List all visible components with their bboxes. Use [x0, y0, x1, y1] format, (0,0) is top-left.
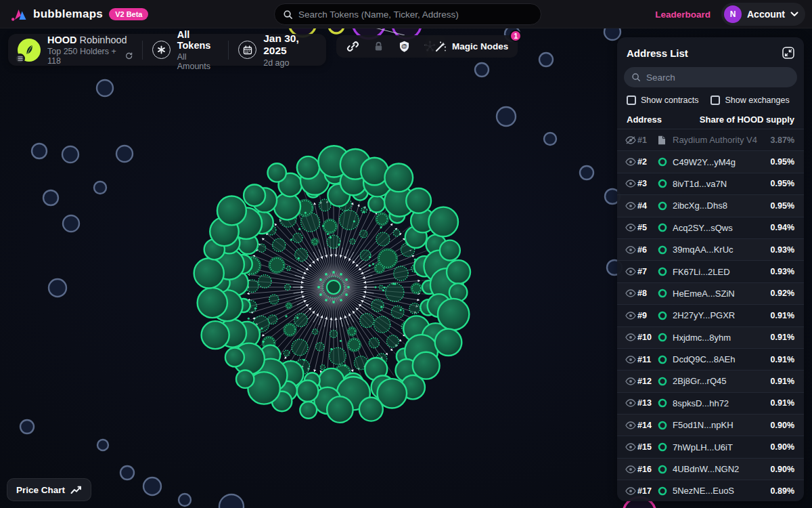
table-row[interactable]: #8HeEmeA...SZiN0.92%	[617, 282, 804, 304]
address-search-input[interactable]	[646, 72, 790, 83]
token-search-input[interactable]	[298, 9, 533, 20]
table-row[interactable]: #175NezNE...EuoS0.89%	[617, 480, 804, 501]
table-row[interactable]: #639mqAA...KrUc0.93%	[617, 238, 804, 260]
table-row[interactable]: #14F5od1N...npKH0.90%	[617, 414, 804, 436]
eye-icon[interactable]	[625, 465, 637, 473]
share-value: 0.90%	[771, 465, 794, 474]
table-row[interactable]: #5Acq2SY...sQws0.94%	[617, 217, 804, 238]
holder-bubble-icon	[658, 377, 673, 386]
eye-icon[interactable]	[625, 268, 637, 276]
magic-nodes-button[interactable]: Magic Nodes 1	[425, 35, 518, 58]
eye-icon[interactable]	[625, 312, 637, 320]
table-row[interactable]: #11DcdQ9C...8AEh0.91%	[617, 348, 804, 370]
token-avatar	[18, 39, 41, 62]
all-tokens-icon	[152, 41, 171, 59]
share-value: 0.91%	[771, 355, 794, 364]
table-row[interactable]: #42ibcXg...Dhs80.95%	[617, 194, 804, 216]
share-value: 0.91%	[771, 333, 794, 342]
date-ago: 2d ago	[263, 58, 317, 68]
bubblemaps-app: bubblemaps V2 Beta Leaderboard N Account	[0, 0, 812, 508]
date-label: Jan 30, 2025	[263, 33, 317, 57]
link-mode-icon[interactable]	[346, 40, 359, 54]
contract-icon	[658, 135, 673, 145]
address-label: 2Bj8Gr...rQ45	[673, 376, 771, 386]
refresh-icon[interactable]	[125, 51, 133, 60]
address-label: C49W2Y...yM4g	[673, 157, 771, 167]
token-search[interactable]	[274, 3, 541, 25]
account-menu[interactable]: N Account	[721, 3, 805, 26]
eye-icon[interactable]	[625, 443, 637, 451]
holder-bubble-icon	[658, 289, 673, 298]
brand-logo[interactable]: bubblemaps V2 Beta	[0, 7, 148, 22]
share-value: 3.87%	[771, 135, 794, 145]
eye-icon[interactable]	[625, 246, 637, 254]
eye-icon[interactable]	[625, 158, 637, 166]
price-chart-button[interactable]: Price Chart	[7, 478, 91, 501]
filter-title: All Tokens	[177, 29, 219, 51]
rank-label: #11	[637, 355, 658, 364]
holder-bubble-icon	[658, 179, 673, 188]
eye-icon[interactable]	[625, 289, 637, 297]
table-row[interactable]: #92H27yY...PGXR0.91%	[617, 304, 804, 326]
address-label: Hxjdmc...8yhm	[673, 333, 771, 343]
leaderboard-link[interactable]: Leaderboard	[655, 9, 710, 20]
calendar-icon	[238, 41, 256, 59]
share-value: 0.91%	[771, 377, 794, 386]
share-value: 0.89%	[771, 486, 794, 496]
chevron-down-icon	[790, 12, 798, 17]
token-selector[interactable]: HOOD Robinhood Top 250 Holders + 118	[8, 34, 142, 66]
token-filter-selector[interactable]: All Tokens All Amounts	[143, 34, 229, 66]
rank-label: #6	[637, 245, 658, 255]
lock-icon[interactable]	[371, 40, 385, 54]
shield-scan-icon[interactable]: @	[397, 40, 411, 54]
eye-icon[interactable]	[625, 399, 637, 407]
address-label: Acq2SY...sQws	[673, 223, 771, 233]
token-info-panel: HOOD Robinhood Top 250 Holders + 118	[8, 34, 326, 66]
table-row[interactable]: #1Raydium Authority V43.87%	[617, 129, 804, 150]
address-search[interactable]	[624, 67, 797, 87]
rank-label: #3	[637, 179, 658, 188]
brand-name: bubblemaps	[33, 7, 103, 21]
date-selector[interactable]: Jan 30, 2025 2d ago	[229, 34, 326, 66]
table-row[interactable]: #138spksD...hh720.91%	[617, 392, 804, 414]
price-chart-label: Price Chart	[16, 485, 65, 495]
address-label: FK67Li...2LED	[673, 267, 771, 277]
share-value: 0.95%	[771, 179, 794, 188]
table-row[interactable]: #164UBdnW...NGN20.90%	[617, 458, 804, 480]
eye-off-icon[interactable]	[625, 136, 637, 144]
address-label: Raydium Authority V4	[673, 135, 771, 145]
eye-icon[interactable]	[625, 333, 637, 341]
share-value: 0.95%	[771, 201, 794, 211]
token-name: Robinhood	[80, 35, 127, 45]
rank-label: #7	[637, 267, 658, 276]
eye-icon[interactable]	[625, 487, 637, 495]
address-label: DcdQ9C...8AEh	[673, 354, 771, 364]
table-row[interactable]: #7FK67Li...2LED0.93%	[617, 260, 804, 282]
eye-icon[interactable]	[625, 377, 637, 385]
eye-icon[interactable]	[625, 356, 637, 364]
collapse-panel-icon[interactable]	[781, 45, 796, 60]
rank-label: #17	[637, 486, 658, 496]
trend-line-icon	[70, 486, 82, 494]
holder-bubble-icon	[658, 442, 673, 452]
table-row[interactable]: #157hWpLH...U6iT0.90%	[617, 436, 804, 457]
table-row[interactable]: #38ivT1d...va7N0.95%	[617, 173, 804, 194]
table-row[interactable]: #122Bj8Gr...rQ450.91%	[617, 370, 804, 391]
holder-bubble-icon	[658, 486, 673, 496]
address-label: 39mqAA...KrUc	[673, 245, 771, 255]
eye-icon[interactable]	[625, 224, 637, 232]
table-row[interactable]: #2C49W2Y...yM4g0.95%	[617, 150, 804, 172]
address-label: HeEmeA...SZiN	[673, 289, 771, 299]
eye-icon[interactable]	[625, 421, 637, 429]
filter-subtitle: All Amounts	[177, 52, 219, 71]
show-exchanges-checkbox[interactable]: Show exchanges	[710, 96, 789, 105]
address-label: 8spksD...hh72	[673, 398, 771, 408]
holder-bubble-icon	[658, 333, 673, 342]
table-row[interactable]: #10Hxjdmc...8yhm0.91%	[617, 326, 804, 348]
eye-icon[interactable]	[625, 202, 637, 210]
share-value: 0.90%	[771, 442, 794, 452]
eye-icon[interactable]	[625, 179, 637, 188]
show-contracts-checkbox[interactable]: Show contracts	[627, 96, 698, 105]
rank-label: #1	[637, 135, 658, 145]
holder-bubble-icon	[658, 421, 673, 430]
